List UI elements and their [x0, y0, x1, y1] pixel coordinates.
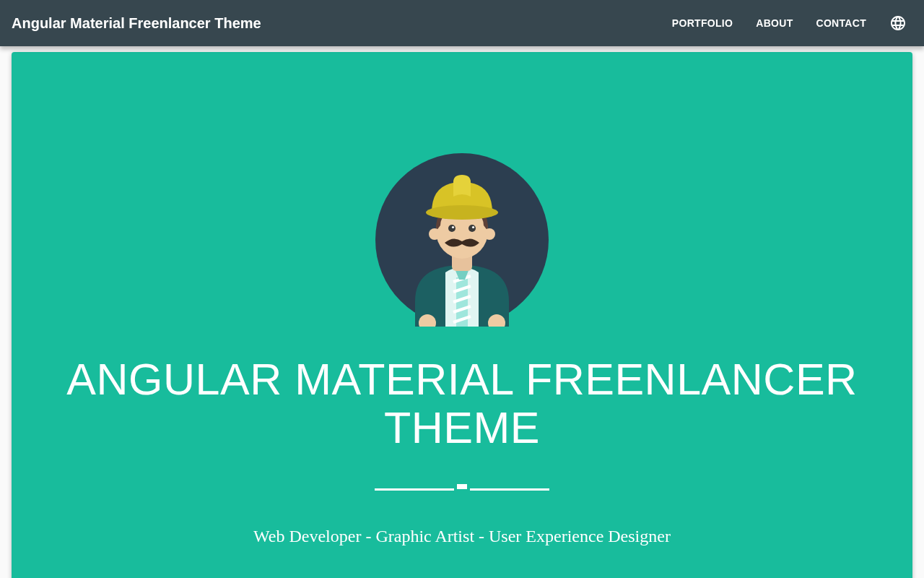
language-button[interactable] [884, 9, 912, 38]
hero-title: ANGULAR MATERIAL FREENLANCER THEME [26, 355, 898, 452]
svg-point-9 [429, 228, 440, 240]
divider-line-right [470, 488, 549, 491]
hero-section: ANGULAR MATERIAL FREENLANCER THEME Web D… [12, 52, 912, 578]
svg-point-10 [484, 228, 495, 240]
hero-divider [26, 487, 898, 492]
hero-subtitle: Web Developer - Graphic Artist - User Ex… [26, 527, 898, 546]
freelancer-avatar-icon [375, 153, 549, 327]
svg-point-12 [468, 225, 476, 232]
svg-point-13 [452, 226, 454, 228]
svg-point-14 [472, 226, 474, 228]
nav-about-button[interactable]: ABOUT [744, 10, 804, 36]
svg-point-11 [448, 225, 456, 232]
divider-star-icon [457, 484, 467, 489]
toolbar-title: Angular Material Freenlancer Theme [12, 0, 261, 46]
app-toolbar: Angular Material Freenlancer Theme PORTF… [0, 0, 924, 46]
divider-line-left [375, 488, 454, 491]
nav-portfolio-button[interactable]: PORTFOLIO [661, 10, 744, 36]
svg-point-15 [426, 205, 498, 220]
nav-contact-button[interactable]: CONTACT [805, 10, 879, 36]
language-icon [889, 14, 907, 32]
